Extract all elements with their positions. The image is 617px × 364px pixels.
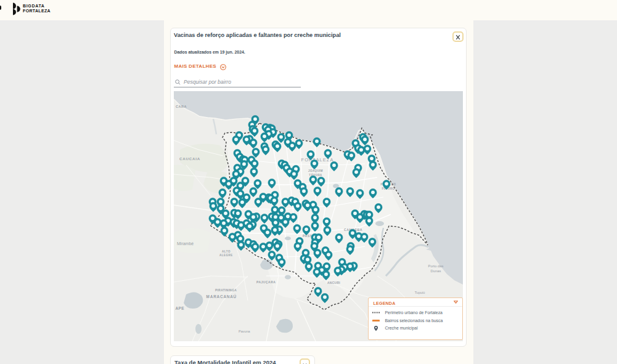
svg-text:Porto das: Porto das (428, 264, 444, 267)
svg-text:ALTO: ALTO (222, 249, 231, 253)
svg-text:CARA: CARA (176, 105, 187, 108)
svg-text:APE: APE (176, 306, 185, 310)
svg-text:ANCURI: ANCURI (327, 281, 340, 285)
svg-text:PAJUÇARA: PAJUÇARA (256, 280, 276, 283)
svg-text:Pavuna: Pavuna (239, 329, 251, 333)
svg-text:MARACANAÚ: MARACANAÚ (206, 294, 237, 299)
svg-text:Mirambé: Mirambé (177, 241, 194, 245)
svg-text:Dunas: Dunas (431, 269, 441, 272)
svg-text:JOAQUIM: JOAQUIM (308, 169, 323, 172)
svg-text:Tupuiú: Tupuiú (415, 290, 425, 294)
svg-text:ALEGRE: ALEGRE (219, 253, 233, 256)
svg-text:TÁVORA: TÁVORA (309, 172, 322, 176)
svg-text:PIRATININGA: PIRATININGA (215, 288, 237, 291)
svg-text:CAUCAIA: CAUCAIA (179, 156, 200, 161)
